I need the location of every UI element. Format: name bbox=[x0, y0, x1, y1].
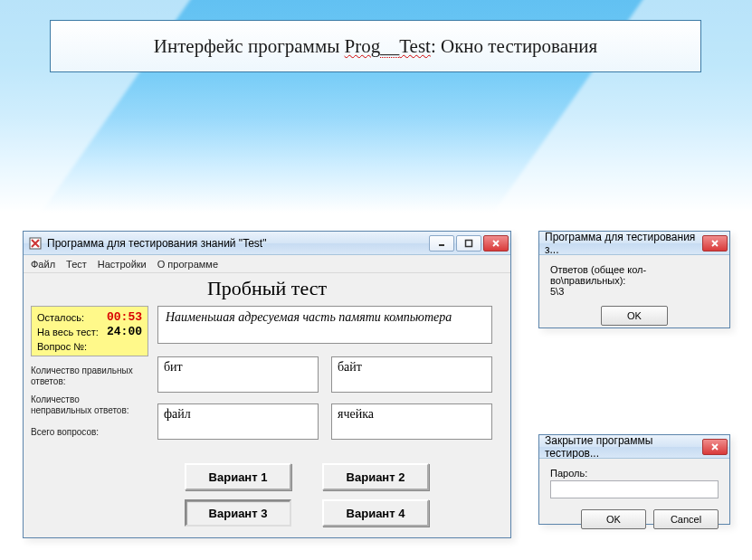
close-title-text: Закрытие программы тестиров... bbox=[545, 434, 700, 460]
question-num-label: Вопрос №: bbox=[37, 339, 87, 354]
main-client-area: Пробный тест Осталось:00:53 На весь тест… bbox=[24, 273, 510, 537]
answer-2: байт bbox=[331, 356, 492, 393]
minimize-button[interactable] bbox=[429, 235, 454, 252]
answer-1: бит bbox=[157, 356, 319, 393]
stat-total-label: Всего вопросов: bbox=[31, 427, 138, 438]
variant-2-button[interactable]: Вариант 2 bbox=[322, 463, 429, 490]
app-icon bbox=[29, 237, 42, 250]
remaining-label: Осталось: bbox=[37, 310, 84, 325]
slide-title-post: : Окно тестирования bbox=[431, 35, 597, 57]
variant-1-button[interactable]: Вариант 1 bbox=[185, 463, 291, 490]
menu-about[interactable]: О программе bbox=[157, 259, 218, 270]
results-dialog: Программа для тестирования з... Ответов … bbox=[538, 231, 730, 328]
slide-title-pre: Интерфейс программы bbox=[154, 35, 345, 57]
slide-title-test: Test bbox=[399, 35, 431, 57]
close-titlebar[interactable]: Закрытие программы тестиров... bbox=[539, 435, 729, 459]
test-heading: Пробный тест bbox=[24, 277, 510, 300]
close-dialog-x-button[interactable] bbox=[702, 439, 728, 455]
main-title-text: Программа для тестирования знаний "Test" bbox=[47, 237, 266, 250]
stat-wrong-value bbox=[139, 398, 152, 411]
results-title-text: Программа для тестирования з... bbox=[545, 231, 700, 256]
question-text: Наименьшая адресуемая часть памяти компь… bbox=[157, 306, 492, 344]
main-titlebar[interactable]: Программа для тестирования знаний "Test" bbox=[24, 232, 510, 255]
stat-total-value bbox=[139, 429, 152, 441]
results-ok-button[interactable]: OK bbox=[601, 306, 668, 326]
results-line1: Ответов (общее кол-во\правильных): bbox=[550, 264, 719, 286]
answer-3: файл bbox=[157, 403, 319, 440]
remaining-value: 00:53 bbox=[107, 310, 142, 325]
close-client: Пароль: OK Cancel bbox=[539, 459, 729, 524]
menu-file[interactable]: Файл bbox=[31, 259, 55, 270]
results-titlebar[interactable]: Программа для тестирования з... bbox=[539, 232, 729, 255]
total-time-label: На весь тест: bbox=[37, 325, 99, 339]
slide-title: Интерфейс программы Prog__Test: Окно тес… bbox=[50, 20, 701, 72]
results-line2: 5\3 bbox=[550, 286, 719, 297]
password-input[interactable] bbox=[550, 480, 719, 498]
maximize-button[interactable] bbox=[456, 235, 481, 252]
slide-title-sep: __ bbox=[380, 35, 399, 58]
close-cancel-button[interactable]: Cancel bbox=[653, 509, 719, 529]
variant-3-button[interactable]: Вариант 3 bbox=[185, 499, 291, 527]
timer-panel: Осталось:00:53 На весь тест:24:00 Вопрос… bbox=[31, 306, 148, 356]
password-label: Пароль: bbox=[550, 468, 719, 479]
stat-correct-value bbox=[139, 369, 152, 382]
close-ok-button[interactable]: OK bbox=[581, 509, 646, 529]
menubar: Файл Тест Настройки О программе bbox=[24, 255, 510, 273]
menu-test[interactable]: Тест bbox=[66, 259, 87, 270]
stat-wrong-label: Количество неправильных ответов: bbox=[31, 394, 138, 416]
close-button[interactable] bbox=[483, 235, 509, 252]
answer-4: ячейка bbox=[331, 403, 492, 440]
svg-rect-2 bbox=[466, 240, 472, 246]
variant-4-button[interactable]: Вариант 4 bbox=[322, 499, 429, 527]
close-dialog: Закрытие программы тестиров... Пароль: O… bbox=[538, 434, 730, 525]
results-client: Ответов (общее кол-во\правильных): 5\3 O… bbox=[539, 255, 729, 327]
slide-title-prog: Prog bbox=[345, 35, 381, 57]
results-close-button[interactable] bbox=[702, 235, 728, 252]
slide-title-text: Интерфейс программы Prog__Test: Окно тес… bbox=[154, 35, 597, 58]
total-time-value: 24:00 bbox=[107, 325, 142, 339]
stat-correct-label: Количество правильных ответов: bbox=[31, 365, 138, 387]
menu-settings[interactable]: Настройки bbox=[98, 259, 147, 270]
main-app-window: Программа для тестирования знаний "Test"… bbox=[23, 231, 511, 538]
